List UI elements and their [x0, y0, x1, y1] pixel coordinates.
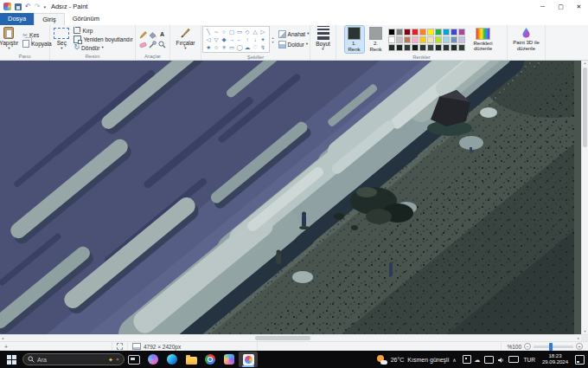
tray-app-icon[interactable]: [463, 355, 471, 364]
zoom-slider[interactable]: [534, 345, 573, 348]
shape-icon[interactable]: ╲: [205, 28, 213, 36]
onedrive-icon[interactable]: ☁: [475, 357, 481, 363]
photos-button[interactable]: [220, 352, 239, 367]
weather-temp[interactable]: 26°C: [391, 357, 405, 363]
keyboard-icon[interactable]: [508, 356, 519, 363]
language-indicator[interactable]: TUR: [524, 357, 535, 363]
shape-icon[interactable]: ♡: [252, 43, 259, 51]
copilot-button[interactable]: [144, 352, 163, 367]
maximize-button[interactable]: ▢: [552, 0, 570, 13]
shape-icon[interactable]: ▢: [228, 28, 236, 36]
magnifier-tool-icon[interactable]: [158, 36, 166, 52]
color2-button[interactable]: 2. Renk: [367, 26, 386, 53]
canvas-artwork[interactable]: [0, 61, 574, 334]
weather-desc[interactable]: Kısmen güneşli: [407, 357, 449, 363]
shape-icon[interactable]: ▭: [228, 43, 236, 51]
palette-swatch[interactable]: [451, 29, 457, 36]
zoom-out-button[interactable]: −: [524, 343, 531, 350]
palette-swatch[interactable]: [435, 36, 442, 43]
display-icon[interactable]: [484, 356, 494, 364]
shape-icon[interactable]: ✳: [220, 43, 228, 51]
palette-swatch[interactable]: [435, 44, 442, 51]
brushes-button[interactable]: Fırçalar ▾: [174, 27, 196, 51]
shape-icon[interactable]: ◁: [205, 36, 213, 43]
shape-icon[interactable]: ▷: [259, 28, 267, 36]
paste-button[interactable]: Yapıştır ▾: [0, 27, 20, 51]
eyedropper-tool-icon[interactable]: [149, 36, 157, 52]
palette-swatch[interactable]: [419, 29, 426, 36]
shape-icon[interactable]: ↑: [244, 36, 252, 43]
redo-icon[interactable]: ↷: [35, 3, 41, 10]
palette-swatch[interactable]: [443, 44, 450, 51]
palette-swatch[interactable]: [396, 44, 403, 51]
volume-icon[interactable]: [497, 352, 505, 367]
shape-icon[interactable]: ☆: [213, 43, 220, 51]
shape-icon[interactable]: →: [228, 36, 236, 43]
outline-button[interactable]: Anahat ▾: [278, 30, 310, 38]
shape-icon[interactable]: ←: [236, 36, 244, 43]
paint-taskbar-button[interactable]: [239, 352, 258, 367]
shape-icon[interactable]: ↯: [259, 43, 267, 51]
edit-colors-button[interactable]: Renkleri düzenle: [468, 28, 499, 52]
tray-chevron-icon[interactable]: ∧: [452, 357, 456, 363]
vertical-scrollbar[interactable]: ▴ ▾: [581, 61, 588, 334]
shape-icon[interactable]: ☁: [244, 43, 252, 51]
shape-icon[interactable]: ★: [205, 43, 213, 51]
palette-swatch[interactable]: [427, 36, 434, 43]
cut-button[interactable]: ✂ Kes: [22, 31, 52, 39]
palette-swatch[interactable]: [458, 29, 465, 36]
vertical-scroll-thumb[interactable]: [583, 68, 587, 147]
palette-swatch[interactable]: [404, 29, 411, 36]
chrome-button[interactable]: [201, 352, 220, 367]
start-button[interactable]: [3, 352, 19, 367]
palette-swatch[interactable]: [443, 36, 450, 43]
palette-swatch[interactable]: [427, 44, 434, 51]
shape-icon[interactable]: ▽: [213, 36, 220, 43]
palette-swatch[interactable]: [435, 29, 442, 36]
color1-button[interactable]: 1. Renk: [345, 26, 364, 53]
task-view-button[interactable]: [125, 352, 144, 367]
notification-center-icon[interactable]: [575, 355, 585, 365]
scroll-right-icon[interactable]: ▸: [578, 335, 579, 341]
search-input[interactable]: Ara ✦ ✧: [22, 353, 125, 365]
eraser-tool-icon[interactable]: [139, 36, 147, 52]
qat-customize-icon[interactable]: ▾: [43, 4, 46, 10]
palette-swatch[interactable]: [458, 44, 465, 51]
size-button[interactable]: Boyut ▾: [314, 26, 332, 52]
shape-icon[interactable]: ◇: [244, 28, 252, 36]
shape-icon[interactable]: ○: [220, 28, 228, 36]
palette-swatch[interactable]: [396, 29, 403, 36]
palette-swatch[interactable]: [419, 36, 426, 43]
palette-swatch[interactable]: [388, 36, 395, 43]
palette-swatch[interactable]: [404, 44, 411, 51]
palette-swatch[interactable]: [458, 36, 465, 43]
palette-swatch[interactable]: [443, 29, 450, 36]
palette-swatch[interactable]: [412, 44, 419, 51]
horizontal-scrollbar[interactable]: ◂ ▸: [0, 334, 588, 341]
palette-swatch[interactable]: [451, 36, 457, 43]
palette-swatch[interactable]: [388, 44, 395, 51]
scroll-up-icon[interactable]: ▴: [582, 61, 588, 66]
horizontal-scroll-thumb[interactable]: [255, 336, 310, 340]
palette-swatch[interactable]: [412, 29, 419, 36]
shape-icon[interactable]: △: [252, 28, 259, 36]
shape-icon[interactable]: ▭: [236, 28, 244, 36]
scroll-left-icon[interactable]: ◂: [2, 335, 3, 341]
tab-view[interactable]: Görünüm: [65, 13, 107, 25]
zoom-in-button[interactable]: +: [576, 343, 583, 350]
crop-button[interactable]: Kırp: [74, 27, 132, 35]
shape-icon[interactable]: ◯: [236, 43, 244, 51]
select-button[interactable]: Seç ▾: [52, 28, 71, 51]
palette-swatch[interactable]: [388, 29, 395, 36]
tab-home[interactable]: Giriş: [34, 13, 64, 25]
fill-button[interactable]: Doldur ▾: [278, 41, 310, 48]
palette-swatch[interactable]: [396, 36, 403, 43]
minimize-button[interactable]: ─: [534, 0, 552, 13]
palette-swatch[interactable]: [419, 44, 426, 51]
resize-button[interactable]: Yeniden boyutlandır: [74, 36, 132, 43]
copy-button[interactable]: Kopyala: [22, 40, 52, 48]
file-explorer-button[interactable]: [182, 352, 201, 367]
palette-swatch[interactable]: [451, 44, 457, 51]
edge-button[interactable]: [163, 352, 182, 367]
shape-icon[interactable]: ∼: [213, 28, 220, 36]
